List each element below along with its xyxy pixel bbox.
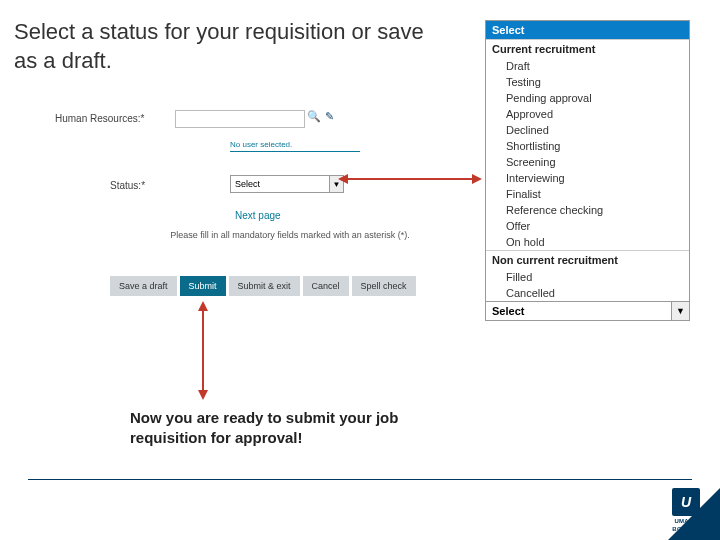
submit-button[interactable]: Submit bbox=[180, 276, 226, 296]
dropdown-group-noncurrent: Non current recruitment bbox=[486, 250, 689, 269]
umass-logo: U UMASS BOSTON bbox=[664, 488, 708, 532]
arrow-annotation-vertical bbox=[202, 303, 204, 398]
dropdown-item[interactable]: Offer bbox=[486, 218, 689, 234]
hr-input[interactable] bbox=[175, 110, 305, 128]
spell-check-button[interactable]: Spell check bbox=[352, 276, 416, 296]
dropdown-item[interactable]: Reference checking bbox=[486, 202, 689, 218]
dropdown-item[interactable]: Shortlisting bbox=[486, 138, 689, 154]
footer-divider bbox=[28, 479, 692, 480]
slide-caption: Now you are ready to submit your job req… bbox=[130, 408, 470, 447]
dropdown-group-current: Current recruitment bbox=[486, 39, 689, 58]
edit-icon[interactable]: ✎ bbox=[323, 110, 335, 122]
dropdown-item[interactable]: Approved bbox=[486, 106, 689, 122]
dropdown-item[interactable]: Pending approval bbox=[486, 90, 689, 106]
submit-exit-button[interactable]: Submit & exit bbox=[229, 276, 300, 296]
status-label: Status:* bbox=[110, 177, 230, 191]
save-draft-button[interactable]: Save a draft bbox=[110, 276, 177, 296]
status-row: Status:* Select ▼ bbox=[110, 175, 344, 193]
slide-title: Select a status for your requisition or … bbox=[14, 18, 444, 75]
dropdown-header: Select bbox=[486, 21, 689, 39]
dropdown-item[interactable]: Finalist bbox=[486, 186, 689, 202]
dropdown-item[interactable]: Screening bbox=[486, 154, 689, 170]
next-page-link[interactable]: Next page bbox=[235, 210, 281, 221]
dropdown-item[interactable]: Testing bbox=[486, 74, 689, 90]
dropdown-item[interactable]: Filled bbox=[486, 269, 689, 285]
dropdown-footer[interactable]: Select ▼ bbox=[486, 301, 689, 320]
dropdown-item[interactable]: Cancelled bbox=[486, 285, 689, 301]
no-user-selected: No user selected. bbox=[230, 138, 360, 152]
dropdown-item[interactable]: Declined bbox=[486, 122, 689, 138]
status-dropdown-panel: Select Current recruitment Draft Testing… bbox=[485, 20, 690, 321]
form-panel: Human Resources:* 🔍 ✎ No user selected. … bbox=[55, 110, 455, 310]
status-select[interactable]: Select bbox=[230, 175, 330, 193]
search-icon[interactable]: 🔍 bbox=[308, 110, 320, 122]
dropdown-item[interactable]: Interviewing bbox=[486, 170, 689, 186]
hr-label: Human Resources:* bbox=[55, 110, 175, 124]
button-row: Save a draft Submit Submit & exit Cancel… bbox=[110, 276, 416, 296]
cancel-button[interactable]: Cancel bbox=[303, 276, 349, 296]
hr-input-icons: 🔍 ✎ bbox=[308, 110, 335, 122]
chevron-down-icon[interactable]: ▼ bbox=[671, 302, 689, 320]
mandatory-note: Please fill in all mandatory fields mark… bbox=[150, 230, 430, 240]
logo-text-2: BOSTON bbox=[672, 526, 699, 532]
logo-mark: U bbox=[672, 488, 700, 516]
hr-row: Human Resources:* 🔍 ✎ bbox=[55, 110, 455, 128]
dropdown-item[interactable]: Draft bbox=[486, 58, 689, 74]
dropdown-item[interactable]: On hold bbox=[486, 234, 689, 250]
dropdown-footer-label: Select bbox=[486, 302, 671, 320]
arrow-annotation-horizontal bbox=[340, 178, 480, 180]
logo-text-1: UMASS bbox=[674, 518, 697, 524]
